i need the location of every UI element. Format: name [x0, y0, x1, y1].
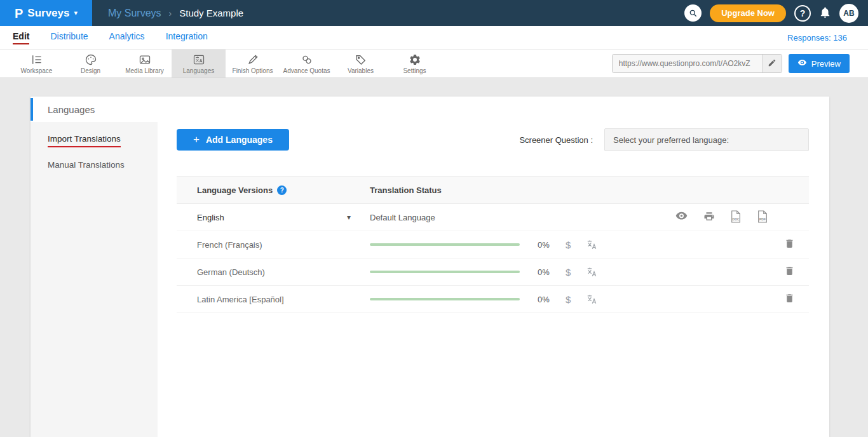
tab-analytics[interactable]: Analytics: [109, 31, 145, 44]
printer-icon: [703, 211, 715, 224]
panel-header: Languages: [31, 97, 829, 122]
auto-translate-icon[interactable]: [586, 239, 598, 251]
doc-file-icon: DOC: [730, 210, 742, 225]
nav-item-manual-translations[interactable]: Manual Translations: [31, 152, 158, 178]
language-versions-table: Language Versions ? Translation Status E…: [177, 176, 809, 313]
responses-count[interactable]: Responses: 136: [787, 33, 847, 43]
delete-language-button[interactable]: [784, 292, 795, 306]
edit-url-button[interactable]: [763, 55, 782, 72]
design-palette-icon: [85, 53, 97, 66]
preview-button[interactable]: Preview: [789, 54, 850, 73]
plus-icon: +: [193, 133, 200, 146]
translation-progress-bar: [370, 298, 520, 300]
help-button[interactable]: ?: [794, 5, 811, 22]
paid-translation-icon[interactable]: $: [566, 239, 571, 250]
translation-percent: 0%: [538, 267, 555, 277]
questionpro-logo-icon: P: [15, 7, 23, 20]
table-row-english-default: English ▾ Default Language: [177, 204, 809, 231]
pencil-icon: [768, 58, 776, 69]
toolbar-right-actions: Preview: [612, 50, 868, 77]
breadcrumb-current-survey: Study Example: [179, 8, 243, 18]
search-button[interactable]: [684, 4, 702, 22]
variables-tag-icon: [355, 53, 367, 66]
nav-item-label: Import Translations: [48, 134, 121, 147]
breadcrumb-my-surveys[interactable]: My Surveys: [108, 8, 161, 19]
auto-translate-icon[interactable]: [586, 293, 598, 306]
toolbar-item-label: Languages: [183, 67, 215, 74]
user-avatar[interactable]: AB: [839, 4, 858, 23]
translation-percent: 0%: [538, 240, 555, 250]
language-name: English: [197, 213, 224, 222]
translation-percent: 0%: [538, 295, 555, 304]
tab-integration[interactable]: Integration: [166, 31, 208, 44]
language-name: Latin America [Español]: [197, 295, 284, 304]
settings-gear-icon: [409, 53, 421, 66]
screener-question-label: Screener Question :: [519, 135, 593, 145]
nav-item-import-translations[interactable]: Import Translations: [31, 126, 158, 152]
table-header-row: Language Versions ? Translation Status: [177, 176, 809, 204]
paid-translation-icon[interactable]: $: [566, 267, 571, 278]
notifications-button[interactable]: [819, 6, 831, 21]
workspace-icon: [31, 53, 43, 66]
column-header-language-versions: Language Versions: [197, 185, 273, 195]
delete-language-button[interactable]: [784, 238, 795, 252]
add-languages-button[interactable]: + Add Languages: [177, 129, 289, 151]
eye-icon: [675, 212, 688, 223]
product-switcher[interactable]: P Surveys ▾: [0, 0, 92, 26]
trash-icon: [784, 292, 795, 306]
toolbar-item-media-library[interactable]: Media Library: [118, 50, 172, 77]
export-pdf-button[interactable]: PDF: [757, 210, 768, 225]
table-row-german: German (Deutsch) 0% $: [177, 259, 809, 286]
tab-edit[interactable]: Edit: [13, 31, 29, 44]
main-content: Languages Import Translations Manual Tra…: [0, 78, 868, 437]
add-languages-label: Add Languages: [206, 135, 273, 145]
eye-icon: [797, 59, 807, 69]
toolbar-item-label: Finish Options: [233, 67, 273, 74]
column-header-translation-status: Translation Status: [370, 185, 442, 195]
default-row-actions: DOC PDF: [675, 210, 768, 225]
topbar-actions: Upgrade Now ? AB: [684, 4, 868, 23]
languages-icon: [193, 53, 205, 66]
toolbar-item-label: Advance Quotas: [283, 67, 330, 74]
translation-progress-bar: [370, 243, 520, 246]
tab-distribute[interactable]: Distribute: [50, 31, 88, 44]
default-language-status: Default Language: [370, 213, 435, 222]
upgrade-button[interactable]: Upgrade Now: [710, 4, 786, 22]
panel-accent-bar: [31, 98, 33, 121]
languages-content: + Add Languages Screener Question : Sele…: [158, 122, 829, 437]
trash-icon: [784, 265, 795, 279]
language-name: German (Deutsch): [197, 267, 265, 277]
survey-url-input[interactable]: [613, 55, 763, 72]
pdf-file-icon: PDF: [757, 210, 768, 225]
survey-url-box: [612, 54, 782, 73]
chevron-down-icon[interactable]: ▾: [347, 213, 370, 222]
print-button[interactable]: [703, 211, 715, 224]
toolbar-item-languages[interactable]: Languages: [172, 50, 226, 77]
toolbar-item-variables[interactable]: Variables: [334, 50, 388, 77]
auto-translate-icon[interactable]: [586, 266, 598, 278]
export-doc-button[interactable]: DOC: [730, 210, 742, 225]
toolbar-item-settings[interactable]: Settings: [388, 50, 442, 77]
breadcrumb-separator-icon: ›: [169, 8, 172, 18]
toolbar-item-finish-options[interactable]: Finish Options: [226, 50, 280, 77]
preview-button-label: Preview: [811, 59, 841, 69]
product-label: Surveys: [27, 7, 69, 20]
translation-progress-bar: [370, 271, 520, 273]
finish-options-icon: [247, 53, 259, 66]
media-library-icon: [139, 53, 151, 66]
help-icon[interactable]: ?: [277, 185, 287, 195]
toolbar-item-workspace[interactable]: Workspace: [10, 50, 64, 77]
chevron-down-icon: ▾: [74, 9, 78, 17]
delete-language-button[interactable]: [784, 265, 795, 279]
table-row-french: French (Français) 0% $: [177, 231, 809, 259]
app-window: P Surveys ▾ My Surveys › Study Example U…: [0, 0, 868, 437]
svg-text:PDF: PDF: [759, 217, 766, 220]
toolbar-item-design[interactable]: Design: [64, 50, 118, 77]
screener-question-select[interactable]: Select your preferred language:: [604, 128, 809, 151]
editor-toolbar: Workspace Design Media Library Languages…: [0, 50, 868, 78]
toolbar-item-advance-quotas[interactable]: Advance Quotas: [280, 50, 334, 77]
preview-survey-button[interactable]: [675, 212, 688, 223]
toolbar-item-label: Design: [81, 67, 100, 74]
screener-question-group: Screener Question : Select your preferre…: [519, 128, 809, 151]
paid-translation-icon[interactable]: $: [566, 294, 571, 305]
